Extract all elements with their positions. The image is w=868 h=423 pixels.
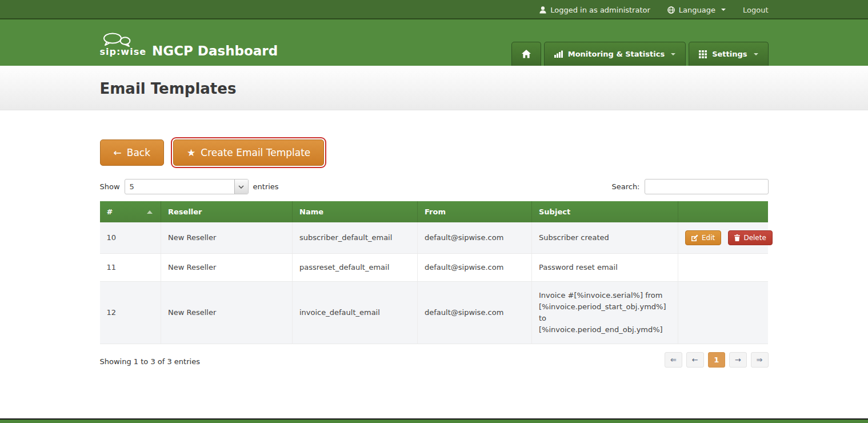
bar-chart-icon	[554, 50, 563, 58]
logged-in-user: Logged in as administrator	[539, 6, 650, 14]
logout-link[interactable]: Logout	[743, 6, 769, 14]
page-size-select[interactable]: 5	[125, 179, 249, 194]
cell-reseller: New Reseller	[161, 254, 293, 282]
edit-button[interactable]: Edit	[685, 230, 721, 245]
cell-subject: Subscriber created	[532, 222, 678, 254]
page-title-band: Email Templates	[0, 66, 868, 110]
nav-settings-label: Settings	[712, 50, 747, 58]
nav-monitoring-label: Monitoring & Statistics	[568, 50, 665, 58]
chevron-down-icon	[754, 53, 758, 55]
column-header-subject[interactable]: Subject	[532, 201, 678, 222]
toolbar: ← Back ★ Create Email Template	[100, 138, 769, 167]
chevron-down-icon	[721, 9, 726, 11]
page-title: Email Templates	[100, 66, 769, 97]
cell-id: 12	[100, 282, 161, 344]
pagination-first-button[interactable]: ⇐	[665, 352, 682, 368]
table-row[interactable]: 11 New Reseller passreset_default_email …	[100, 254, 768, 282]
nav-settings[interactable]: Settings	[689, 42, 768, 66]
nav-monitoring-statistics[interactable]: Monitoring & Statistics	[544, 42, 686, 66]
column-header-actions	[678, 201, 768, 222]
delete-button[interactable]: Delete	[728, 230, 772, 245]
table-row[interactable]: 12 New Reseller invoice_default_email de…	[100, 282, 768, 344]
edit-button-label: Edit	[702, 234, 715, 242]
cell-reseller: New Reseller	[161, 282, 293, 344]
brand-name: sip:wise	[100, 47, 147, 57]
email-templates-table: # Reseller Name From Subject 10 New Rese…	[100, 201, 768, 344]
content-area: ← Back ★ Create Email Template Show 5 en…	[100, 110, 769, 368]
create-button-label: Create Email Template	[201, 147, 310, 158]
trash-icon	[734, 234, 740, 241]
star-icon: ★	[187, 147, 195, 158]
delete-button-label: Delete	[743, 234, 766, 242]
home-icon	[522, 50, 531, 58]
entries-info: Showing 1 to 3 of 3 entries	[100, 357, 200, 366]
pagination-prev-button[interactable]: ←	[686, 352, 704, 368]
app-title: NGCP Dashboard	[152, 43, 278, 58]
main-header: sip:wise NGCP Dashboard Monitoring & Sta…	[0, 19, 868, 66]
create-email-template-button[interactable]: ★ Create Email Template	[173, 139, 324, 166]
back-button[interactable]: ← Back	[100, 139, 165, 166]
cell-subject: Password reset email	[532, 254, 678, 282]
sipwise-logo: sip:wise	[100, 33, 147, 57]
cell-name: invoice_default_email	[293, 282, 418, 344]
pagination: ⇐ ← 1 → ⇒	[665, 352, 769, 368]
cell-subject: Invoice #[%invoice.serial%] from [%invoi…	[532, 282, 678, 344]
search-label: Search:	[611, 182, 639, 191]
cell-from: default@sipwise.com	[418, 282, 532, 344]
column-header-reseller[interactable]: Reseller	[161, 201, 293, 222]
edit-pencil-icon	[691, 234, 698, 241]
grid-icon	[699, 50, 707, 58]
table-row[interactable]: 10 New Reseller subscriber_default_email…	[100, 222, 768, 254]
cell-name: subscriber_default_email	[293, 222, 418, 254]
back-arrow-icon: ←	[114, 147, 122, 158]
column-header-name[interactable]: Name	[293, 201, 418, 222]
globe-icon	[667, 6, 675, 14]
show-label: Show	[100, 182, 120, 191]
page-size-control: Show 5 entries	[100, 179, 279, 194]
cell-id: 10	[100, 222, 161, 254]
pagination-next-button[interactable]: →	[729, 352, 747, 368]
logged-in-label: Logged in as administrator	[550, 6, 650, 14]
cell-from: default@sipwise.com	[418, 222, 532, 254]
main-nav: Monitoring & Statistics Settings	[511, 19, 769, 66]
back-button-label: Back	[127, 147, 150, 158]
cell-actions	[678, 254, 768, 282]
table-footer: Showing 1 to 3 of 3 entries ⇐ ← 1 → ⇒	[100, 352, 769, 368]
cell-id: 11	[100, 254, 161, 282]
sort-ascending-icon	[147, 210, 153, 214]
cell-name: passreset_default_email	[293, 254, 418, 282]
cell-actions: Edit Delete	[678, 222, 768, 254]
home-button[interactable]	[511, 42, 541, 66]
chevron-down-icon	[671, 53, 675, 55]
column-header-from[interactable]: From	[418, 201, 532, 222]
entries-label: entries	[253, 182, 279, 191]
cell-from: default@sipwise.com	[418, 254, 532, 282]
brand-logo[interactable]: sip:wise NGCP Dashboard	[100, 19, 278, 66]
pagination-page-1-button[interactable]: 1	[708, 352, 725, 368]
language-label: Language	[679, 6, 715, 14]
top-bar: Logged in as administrator Language Logo…	[0, 0, 868, 19]
language-menu[interactable]: Language	[667, 6, 726, 14]
search-control: Search:	[611, 179, 768, 194]
table-header-row: # Reseller Name From Subject	[100, 201, 768, 222]
search-input[interactable]	[645, 179, 769, 194]
pagination-last-button[interactable]: ⇒	[751, 352, 769, 368]
cell-reseller: New Reseller	[161, 222, 293, 254]
footer-bar	[0, 418, 868, 423]
cell-actions	[678, 282, 768, 344]
table-controls: Show 5 entries Search:	[100, 179, 769, 194]
column-header-id[interactable]: #	[100, 201, 161, 222]
speech-bubbles-icon	[102, 33, 132, 47]
user-icon	[539, 6, 546, 14]
